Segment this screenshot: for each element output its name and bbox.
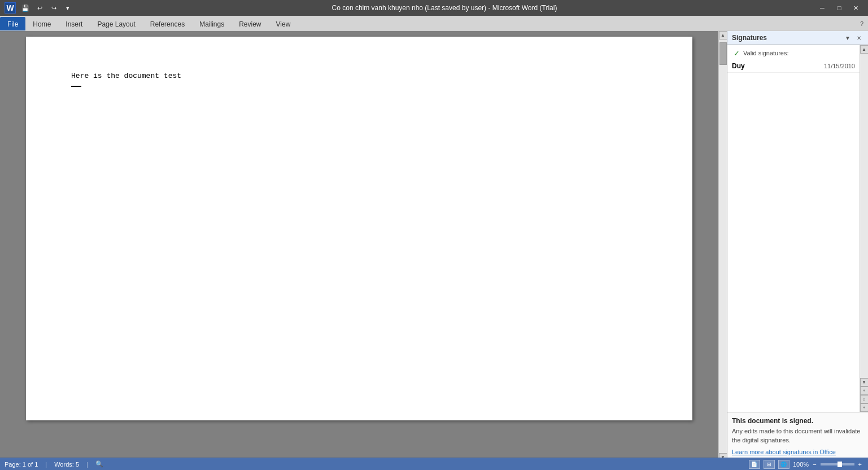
- save-qat-button[interactable]: 💾: [19, 2, 32, 14]
- signatures-dropdown-button[interactable]: ▼: [843, 33, 852, 42]
- undo-qat-button[interactable]: ↩: [33, 2, 46, 14]
- ribbon-tabs: File Home Insert Page Layout References …: [0, 16, 868, 30]
- tab-references[interactable]: References: [143, 17, 192, 30]
- sig-scroll-up[interactable]: ▲: [860, 45, 869, 54]
- view-full-button[interactable]: ⊞: [764, 460, 775, 469]
- maximize-button[interactable]: □: [832, 2, 847, 14]
- status-left: Page: 1 of 1 | Words: 5 | 🔍: [5, 460, 103, 468]
- tab-mailings[interactable]: Mailings: [192, 17, 232, 30]
- zoom-thumb: [838, 462, 842, 467]
- document-content[interactable]: Here is the document test: [71, 71, 647, 87]
- sig-expand-2[interactable]: +: [860, 403, 869, 412]
- signatures-content: ✓ Valid signatures: Duy 11/15/2010 ▲: [727, 45, 868, 412]
- signature-entry[interactable]: Duy 11/15/2010: [727, 60, 860, 73]
- footer-title: This document is signed.: [732, 417, 863, 425]
- minimize-button[interactable]: ─: [815, 2, 830, 14]
- tab-page-layout[interactable]: Page Layout: [90, 17, 142, 30]
- signature-date: 11/15/2010: [824, 63, 855, 69]
- zoom-minus-button[interactable]: −: [811, 461, 818, 468]
- status-right: 📄 ⊞ 🌐 100% − +: [749, 460, 863, 469]
- zoom-slider[interactable]: [821, 463, 854, 465]
- sig-scroll-down[interactable]: ▼: [860, 378, 869, 386]
- cursor-line: [71, 85, 647, 87]
- sig-scroll-track[interactable]: [860, 54, 868, 378]
- footer-description: Any edits made to this document will inv…: [732, 427, 863, 445]
- tab-file[interactable]: File: [0, 17, 25, 30]
- signatures-title: Signatures: [732, 34, 767, 42]
- tab-view[interactable]: View: [269, 17, 298, 30]
- valid-signatures-label: ✓ Valid signatures:: [727, 45, 860, 60]
- close-button[interactable]: ✕: [849, 2, 863, 14]
- signatures-close-button[interactable]: ✕: [854, 33, 863, 42]
- words-status: Words: 5: [54, 461, 79, 468]
- proofing-icon[interactable]: 🔍: [95, 460, 103, 468]
- window-controls: ─ □ ✕: [815, 2, 863, 14]
- tab-insert[interactable]: Insert: [58, 17, 90, 30]
- signatures-inner: ✓ Valid signatures: Duy 11/15/2010: [727, 45, 860, 412]
- redo-qat-button[interactable]: ↪: [47, 2, 60, 14]
- ribbon: File Home Insert Page Layout References …: [0, 16, 868, 31]
- word-logo: W: [5, 2, 16, 14]
- title-bar-left: W 💾 ↩ ↪ ▾: [5, 2, 74, 14]
- quick-access-toolbar: 💾 ↩ ↪ ▾: [19, 2, 74, 14]
- vertical-scrollbar: ▲ ▼: [718, 31, 727, 462]
- sig-list-area: [727, 73, 860, 412]
- help-icon: ?: [860, 20, 863, 27]
- cursor-indicator: [71, 86, 81, 87]
- doc-and-vscroll: Here is the document test ▲ ▼: [0, 31, 727, 462]
- page-status: Page: 1 of 1: [5, 461, 38, 468]
- title-bar: W 💾 ↩ ↪ ▾ Co con chim vanh khuyen nho (L…: [0, 0, 868, 16]
- tab-review[interactable]: Review: [232, 17, 268, 30]
- help-button[interactable]: ?: [860, 17, 868, 30]
- window-title: Co con chim vanh khuyen nho (Last saved …: [332, 4, 557, 12]
- scroll-up-button[interactable]: ▲: [719, 31, 727, 39]
- tab-home[interactable]: Home: [25, 17, 58, 30]
- signatures-header: Signatures ▼ ✕: [727, 31, 868, 45]
- content-area: Here is the document test ▲ ▼: [0, 31, 868, 470]
- document-text: Here is the document test: [71, 71, 647, 82]
- document-page: Here is the document test: [26, 37, 692, 420]
- qat-dropdown-button[interactable]: ▾: [62, 2, 74, 14]
- view-print-button[interactable]: 📄: [749, 460, 760, 469]
- valid-icon: ✓: [732, 49, 741, 58]
- sig-circle[interactable]: ○: [860, 395, 869, 403]
- signature-name: Duy: [732, 62, 745, 70]
- signatures-panel: Signatures ▼ ✕ ✓ Valid signatures: Duy: [727, 31, 868, 470]
- view-web-button[interactable]: 🌐: [778, 460, 790, 469]
- signatures-header-controls: ▼ ✕: [843, 33, 863, 42]
- status-bar: Page: 1 of 1 | Words: 5 | 🔍 📄 ⊞ 🌐 100% −…: [0, 458, 868, 470]
- zoom-area: 100% − +: [793, 461, 863, 468]
- sig-vertical-scrollbar: ▲ ▼ + ○ +: [860, 45, 868, 412]
- sig-expand-1[interactable]: +: [860, 386, 869, 395]
- doc-scroll-area: Here is the document test: [0, 31, 718, 462]
- zoom-level: 100%: [793, 461, 809, 468]
- zoom-plus-button[interactable]: +: [857, 461, 863, 468]
- valid-label-text: Valid signatures:: [743, 50, 789, 56]
- document-area: Here is the document test ▲ ▼: [0, 31, 727, 470]
- scroll-thumb[interactable]: [719, 42, 727, 65]
- scroll-track[interactable]: [719, 39, 727, 453]
